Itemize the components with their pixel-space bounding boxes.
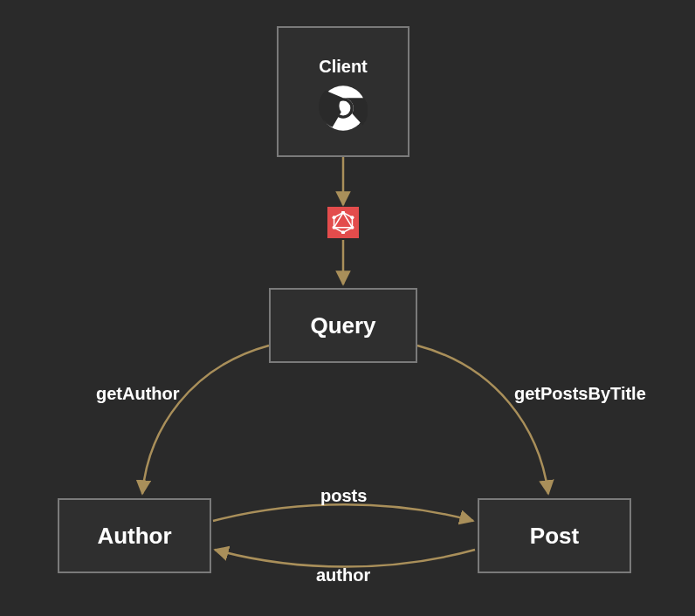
- node-client-label: Client: [319, 57, 368, 77]
- node-query-label: Query: [310, 312, 375, 339]
- svg-point-10: [333, 216, 336, 219]
- svg-point-9: [333, 226, 336, 229]
- edge-label-get-posts-by-title: getPostsByTitle: [514, 384, 646, 404]
- chrome-icon: [319, 84, 368, 133]
- edge-query-to-post: [417, 346, 548, 494]
- edge-author-to-post: [213, 504, 473, 521]
- edge-post-to-author: [215, 550, 475, 567]
- graphql-icon: [327, 207, 359, 238]
- diagram-stage: Client: [0, 0, 695, 616]
- edge-label-get-author: getAuthor: [96, 384, 180, 404]
- svg-marker-4: [334, 213, 353, 228]
- node-query: Query: [269, 288, 417, 363]
- node-post: Post: [478, 498, 631, 573]
- svg-point-7: [350, 226, 354, 229]
- edge-label-author: author: [316, 565, 370, 585]
- node-author-label: Author: [97, 523, 171, 550]
- node-author: Author: [58, 498, 211, 573]
- node-client: Client: [277, 26, 409, 157]
- edge-label-posts: posts: [320, 486, 367, 506]
- edge-query-to-author: [142, 346, 269, 494]
- svg-point-6: [350, 216, 354, 219]
- node-post-label: Post: [530, 523, 579, 550]
